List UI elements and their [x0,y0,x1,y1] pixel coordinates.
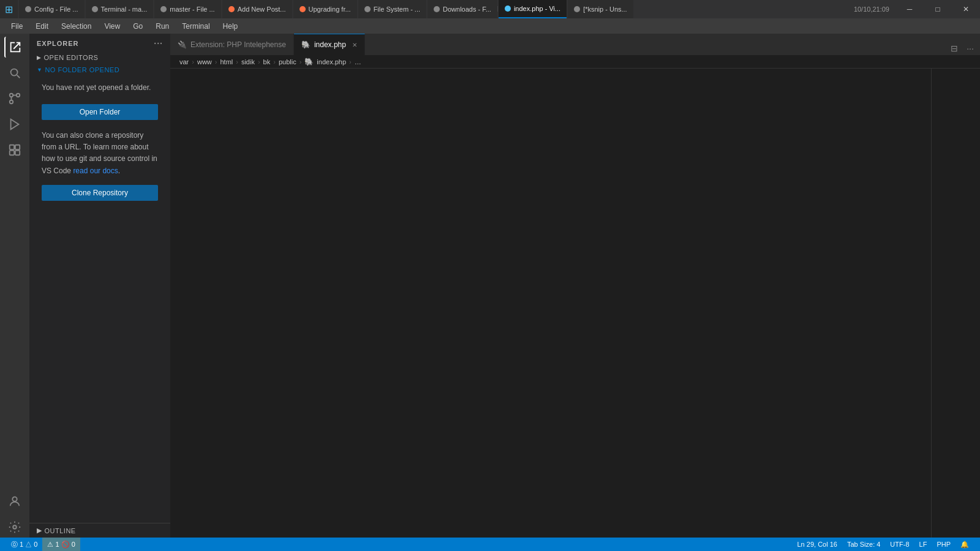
split-editor-button[interactable]: ⊟ [948,42,961,55]
bc-var[interactable]: var [179,58,189,66]
tab-label: master - File ... [170,6,214,13]
minimap-lines [932,69,980,75]
title-tab-4[interactable]: Add New Post... [222,0,292,18]
tab-icon: 🔌 [178,40,187,49]
statusbar: ⓪ 1 △ 0 ⚠ 1 🚫 0 Ln 29, Col 16 Tab Size: … [0,538,980,551]
title-tab-5[interactable]: Upgrading fr... [293,0,357,18]
activity-source-control[interactable] [4,88,25,109]
titlebar: ⊞ Config - File ... Terminal - ma... mas… [0,0,980,18]
read-docs-link[interactable]: read our docs [73,167,118,175]
status-tab-size[interactable]: Tab Size: 4 [842,538,885,551]
tab-label: Config - File ... [34,6,78,13]
menu-run[interactable]: Run [151,20,174,32]
title-tab-6[interactable]: File System - ... [358,0,426,18]
tab-dot [434,6,440,12]
tab-dot [228,6,235,12]
more-actions-button[interactable]: ··· [963,42,977,55]
menu-selection[interactable]: Selection [56,20,96,32]
maximize-button[interactable]: □ [924,0,952,18]
status-warnings[interactable]: ⚠ 1 🚫 0 [42,538,80,551]
breadcrumb: var › www › html › sidik › bk › public ›… [170,55,980,69]
tab-dot [505,6,511,12]
minimap [931,69,980,538]
outline-section[interactable]: ▶ Outline [29,523,170,538]
bc-html[interactable]: html [220,58,233,66]
bc-more[interactable]: … [355,58,361,66]
bc-sidik[interactable]: sidik [241,58,255,66]
menu-go[interactable]: Go [128,20,148,32]
activity-bar [0,34,29,538]
no-folder-section[interactable]: ▼ No Folder Opened [29,64,170,76]
bc-public[interactable]: public [279,58,296,66]
svg-rect-8 [10,145,14,149]
svg-point-4 [10,94,13,97]
activity-settings[interactable] [4,517,25,538]
clone-repository-button[interactable]: Clone Repository [42,185,158,201]
tab-dot [25,6,31,12]
close-button[interactable]: ✕ [952,0,980,18]
bc-filename[interactable]: index.php [317,58,346,66]
title-tab-2[interactable]: Terminal - ma... [86,0,154,18]
os-icon-tab: ⊞ [0,0,18,18]
svg-marker-7 [11,119,19,130]
editor-tabs: 🔌 Extension: PHP Intelephense 🐘 index.ph… [170,34,980,55]
editor-area: 🔌 Extension: PHP Intelephense 🐘 index.ph… [170,34,980,538]
minimize-button[interactable]: ─ [895,0,924,18]
menu-edit[interactable]: Edit [31,20,53,32]
activity-run[interactable] [4,114,25,135]
tab-dot [364,6,371,12]
tab-dot [92,6,98,12]
svg-point-12 [12,497,17,501]
activity-search[interactable] [4,62,25,83]
tab-dot [160,6,167,12]
status-language[interactable]: PHP [932,538,956,551]
svg-line-1 [17,75,20,78]
tab-label: Terminal - ma... [101,6,148,13]
sidebar-more-button[interactable]: ··· [154,39,163,48]
menu-help[interactable]: Help [218,20,243,32]
open-editors-section[interactable]: ▶ Open Editors [29,51,170,64]
tab-dot [574,6,580,12]
title-tab-9[interactable]: [*ksnip - Uns... [568,0,633,18]
tab-label: index.php - Vi... [514,5,560,12]
svg-rect-11 [15,151,20,155]
activity-explorer[interactable] [4,37,25,58]
menu-terminal[interactable]: Terminal [177,20,214,32]
sidebar-title: Explorer ··· [29,34,170,51]
tab-label: Downloads - F... [443,6,491,13]
status-branch[interactable]: ⓪ 1 △ 0 [6,538,42,551]
title-tabs: ⊞ Config - File ... Terminal - ma... mas… [0,0,633,18]
status-feedback[interactable]: 🔔 [956,538,974,551]
tab-label: [*ksnip - Uns... [583,6,627,13]
status-line-ending[interactable]: LF [914,538,932,551]
title-tab-1[interactable]: Config - File ... [19,0,85,18]
editor-tab-indexphp[interactable]: 🐘 index.php ✕ [294,34,365,55]
menu-file[interactable]: File [6,20,28,32]
clone-message: You can also clone a repository from a U… [29,125,170,182]
svg-point-2 [10,100,13,104]
code-content[interactable] [198,69,931,538]
tab-label: Add New Post... [238,6,286,13]
svg-point-3 [17,94,20,97]
tab-label: File System - ... [374,6,420,13]
activity-accounts[interactable] [4,491,25,512]
status-position[interactable]: Ln 29, Col 16 [793,538,842,551]
menu-view[interactable]: View [99,20,125,32]
tab-close-button[interactable]: ✕ [352,42,357,48]
open-folder-button[interactable]: Open Folder [42,104,158,120]
activity-extensions[interactable] [4,140,25,160]
tab-label: Extension: PHP Intelephense [190,40,286,49]
bc-www[interactable]: www [197,58,212,66]
tab-dot [300,6,306,12]
tab-label: Upgrading fr... [309,6,351,13]
no-folder-message: You have not yet opened a folder. [29,76,170,99]
bc-bk[interactable]: bk [263,58,271,66]
svg-point-0 [11,69,18,76]
title-tab-8[interactable]: index.php - Vi... [499,0,567,18]
title-tab-7[interactable]: Downloads - F... [428,0,497,18]
window-controls: 10/10,21:09 ─ □ ✕ [848,0,980,18]
code-editor[interactable] [170,69,980,538]
status-encoding[interactable]: UTF-8 [885,538,914,551]
title-tab-3[interactable]: master - File ... [154,0,221,18]
editor-tab-intelephense[interactable]: 🔌 Extension: PHP Intelephense [170,34,294,55]
